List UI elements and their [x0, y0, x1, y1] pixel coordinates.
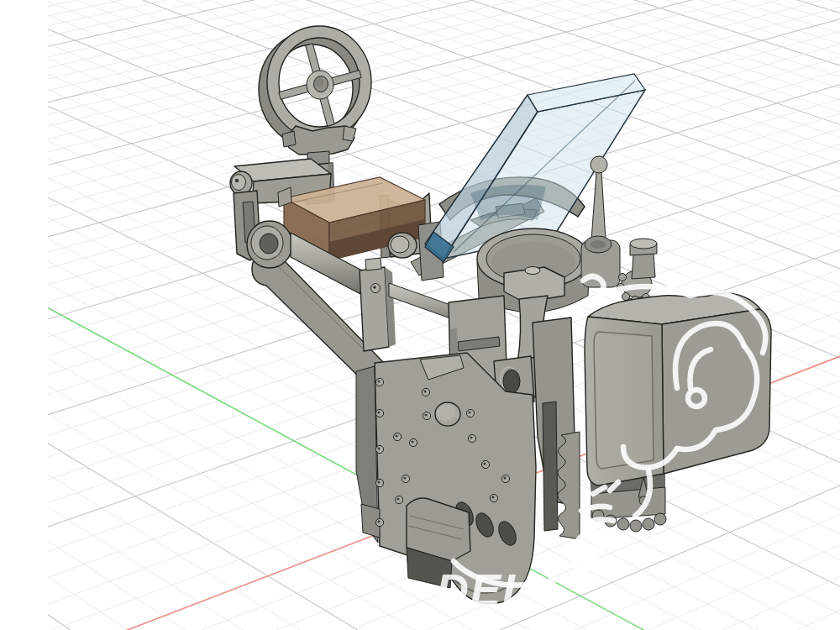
rivet-dot [470, 437, 473, 439]
rivet-dot [469, 412, 471, 414]
collar-bore [260, 234, 278, 254]
rivet-dot [396, 435, 398, 438]
rivet-dot [492, 496, 495, 499]
rivet-dot [378, 448, 381, 450]
wheel-mount-ear [282, 131, 296, 147]
rivet-dot [412, 441, 414, 444]
scallop-tooth [643, 518, 654, 530]
through-hole [503, 370, 520, 393]
clamp-screw [525, 267, 540, 275]
bolt-dot [373, 286, 376, 289]
rivet-dot [504, 477, 507, 480]
pillar-tenon [365, 258, 381, 270]
pillar-block [360, 267, 389, 351]
glass-tint-overlap [470, 185, 546, 220]
channel-inset [543, 402, 558, 531]
trunnion-face [391, 236, 409, 253]
oval-boss-face [437, 404, 455, 421]
watermark-text: DEL [436, 564, 532, 615]
rivet-dot [484, 463, 486, 465]
mascot-whisker [585, 519, 613, 522]
rivet-dot [397, 498, 400, 501]
pivot-dot [235, 179, 239, 182]
scallop-tooth [654, 513, 666, 525]
ball-lever-knob [591, 156, 607, 173]
oiler-cap-top [630, 239, 657, 249]
rivet-dot [378, 481, 381, 484]
arm-pivot-face [232, 175, 246, 191]
scallop-tooth [617, 518, 629, 530]
lever-base-hole [591, 240, 606, 249]
ball-lever-shaft [591, 172, 606, 240]
oiler-stem [632, 254, 655, 279]
rivet-dot [425, 414, 428, 417]
rivet-dot [404, 477, 407, 480]
rivet-dot [424, 391, 427, 393]
rivet-dot [378, 521, 381, 523]
rivet-dot [378, 381, 381, 383]
rivet-dot [378, 412, 381, 414]
cad-viewport[interactable]: DEL [0, 0, 840, 630]
scallop-tooth [630, 520, 642, 532]
hub-shadow [315, 77, 324, 87]
